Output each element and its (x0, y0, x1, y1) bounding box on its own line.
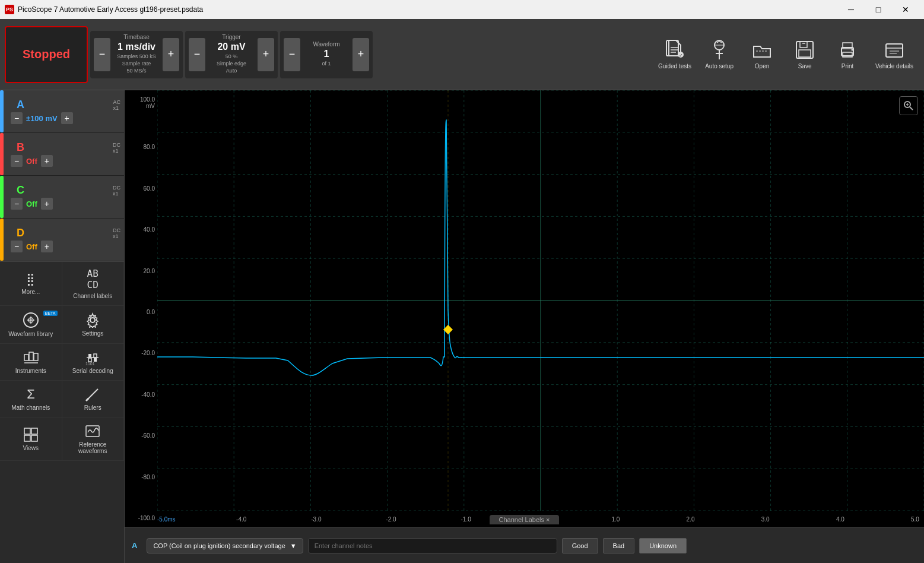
y-label-n100: -100.0 (127, 515, 155, 521)
channel-c-color (0, 176, 4, 218)
svg-rect-18 (886, 44, 903, 57)
x-label-3: 3.0 (757, 516, 774, 523)
waveform-label: Waveform (313, 41, 339, 48)
stop-button[interactable]: Stopped (5, 26, 88, 83)
trigger-label: Trigger (222, 34, 240, 40)
window-controls: ─ □ ✕ (837, 0, 919, 19)
y-label-0: 0.0 (127, 309, 155, 315)
timebase-increase[interactable]: + (163, 38, 179, 71)
views-icon (23, 427, 39, 442)
svg-rect-42 (24, 435, 30, 441)
guided-tests-button[interactable]: ✓ Guided tests (652, 34, 697, 74)
svg-rect-28 (29, 352, 33, 360)
trigger-decrease[interactable]: − (189, 38, 205, 71)
save-button[interactable]: Save (784, 34, 825, 74)
rulers-button[interactable]: Rulers (62, 381, 125, 417)
x-label-n1: -1.0 (457, 516, 475, 523)
reference-waveforms-button[interactable]: Reference waveforms (62, 417, 125, 461)
views-button[interactable]: Views (0, 417, 62, 461)
channel-c-decrease[interactable]: − (11, 198, 23, 210)
bad-button[interactable]: Bad (603, 538, 635, 553)
trigger-value: 20 mV (217, 42, 245, 52)
toolbar-actions: ✓ Guided tests Auto setup (652, 34, 919, 74)
print-button[interactable]: Print (827, 34, 868, 74)
channel-c-coupling: DCx1 (113, 185, 120, 197)
svg-point-17 (852, 49, 853, 51)
waveform-control: − Waveform 1 of 1 + (280, 31, 373, 78)
channels: A ACx1 − ±100 mV + (0, 90, 124, 261)
waveform-prev[interactable]: − (284, 38, 300, 71)
serial-decoding-button[interactable]: 1101 Serial decoding (62, 344, 125, 381)
trigger-mode: 50 % Simple edge Auto (217, 53, 246, 74)
channel-d: D DCx1 − Off + (0, 219, 124, 261)
channel-d-coupling: DCx1 (113, 227, 120, 239)
math-channels-button[interactable]: Σ Math channels (0, 381, 62, 417)
y-label-n60: -60.0 (127, 432, 155, 439)
auto-setup-button[interactable]: Auto setup (698, 34, 740, 74)
toolbar: Stopped − Timebase 1 ms/div Samples 500 … (0, 19, 924, 90)
channel-d-value: Off (26, 242, 37, 251)
channel-label-dropdown[interactable]: COP (Coil on plug ignition) secondary vo… (147, 538, 303, 553)
waveform-next[interactable]: + (353, 38, 369, 71)
channel-c: C DCx1 − Off + (0, 176, 124, 219)
good-button[interactable]: Good (562, 538, 598, 553)
channel-b-value: Off (26, 157, 37, 166)
title-bar: PS PicoScope 7 Automotive Early Access g… (0, 0, 924, 19)
dropdown-arrow: ▼ (290, 542, 297, 549)
channel-c-increase[interactable]: + (41, 198, 53, 210)
x-label-1: 1.0 (607, 516, 624, 523)
scope-grid (157, 90, 924, 511)
sidebar-tools: ⣿ More... ABCD Channel labels (0, 261, 124, 461)
svg-rect-33 (94, 354, 97, 358)
x-label-n4: -4.0 (233, 516, 250, 523)
instruments-button[interactable]: Instruments (0, 344, 62, 381)
content: A ACx1 − ±100 mV + (0, 90, 924, 563)
more-button[interactable]: ⣿ More... (0, 262, 62, 306)
maximize-button[interactable]: □ (865, 0, 892, 19)
channel-d-decrease[interactable]: − (11, 241, 23, 252)
channel-b: B DCx1 − Off + (0, 133, 124, 176)
timebase-samples: Samples 500 kS Sample rate 50 MS/s (117, 53, 156, 74)
unknown-button[interactable]: Unknown (639, 538, 687, 553)
zoom-button[interactable] (899, 96, 918, 115)
svg-rect-11 (800, 42, 807, 48)
svg-rect-40 (24, 428, 30, 434)
timebase-control: − Timebase 1 ms/div Samples 500 kS Sampl… (90, 31, 183, 78)
open-icon (751, 39, 773, 61)
y-axis: 100.0mV 80.0 60.0 40.0 20.0 0.0 -20.0 -4… (125, 90, 157, 527)
app-title: PicoScope 7 Automotive Early Access gt19… (18, 5, 834, 14)
channel-c-label: C (17, 184, 26, 197)
svg-line-39 (86, 398, 88, 401)
channel-labels-button[interactable]: ABCD Channel labels (62, 262, 125, 306)
channel-d-increase[interactable]: + (41, 241, 53, 252)
instruments-icon (23, 350, 39, 365)
timebase-decrease[interactable]: − (94, 38, 110, 71)
x-label-2: 2.0 (682, 516, 700, 523)
trigger-increase[interactable]: + (258, 38, 274, 71)
serial-decoding-icon: 1101 (85, 350, 100, 365)
print-icon (837, 39, 858, 61)
x-label-4: 4.0 (831, 516, 849, 523)
timebase-label: Timebase (123, 34, 150, 40)
channel-notes-input[interactable] (308, 538, 557, 553)
main-area: 100.0mV 80.0 60.0 40.0 20.0 0.0 -20.0 -4… (125, 90, 924, 563)
trigger-control: − Trigger 20 mV 50 % Simple edge Auto + (185, 31, 278, 78)
channel-b-label: B (17, 141, 26, 154)
y-label-100: 100.0mV (127, 96, 155, 109)
y-label-20: 20.0 (127, 268, 155, 274)
channel-d-label: D (17, 227, 26, 239)
y-label-60: 60.0 (127, 185, 155, 192)
channel-a-decrease[interactable]: − (11, 112, 23, 124)
waveform-value: 1 (324, 49, 329, 59)
channel-labels-icon: ABCD (87, 268, 99, 290)
channel-b-decrease[interactable]: − (11, 155, 23, 167)
settings-button[interactable]: Settings (62, 306, 125, 344)
open-button[interactable]: Open (741, 34, 783, 74)
vehicle-details-button[interactable]: Vehicle details (869, 34, 919, 74)
close-button[interactable]: ✕ (892, 0, 919, 19)
save-icon (794, 39, 815, 61)
channel-a-increase[interactable]: + (61, 112, 73, 124)
y-label-n20: -20.0 (127, 350, 155, 356)
minimize-button[interactable]: ─ (837, 0, 865, 19)
channel-b-increase[interactable]: + (41, 155, 53, 167)
